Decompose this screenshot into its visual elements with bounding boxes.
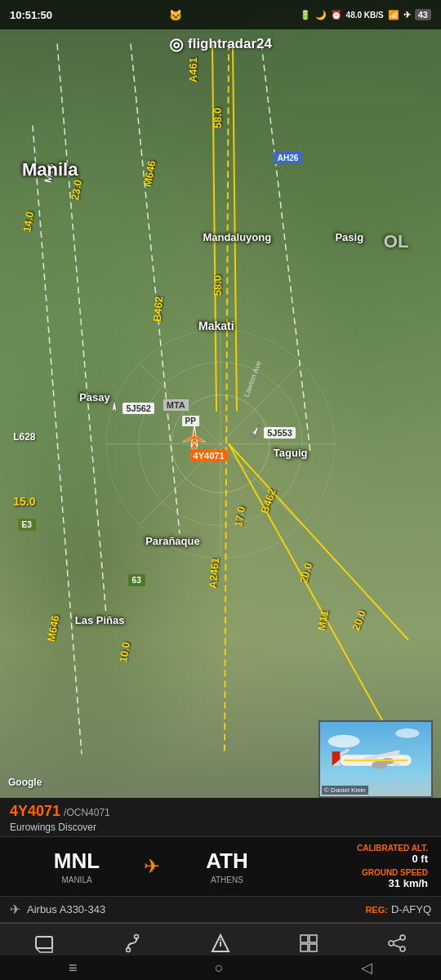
svg-point-34 [127,947,131,951]
svg-line-4 [261,44,310,452]
ground-speed-label: GROUND SPEED [362,868,428,877]
status-right-icons: 🔋 🌙 ⏰ 48.0 KB/S 📶 ✈ 43 [300,9,431,20]
svg-line-0 [225,44,229,755]
city-manila: Manila [22,159,78,180]
city-taguig: Taguig [274,447,308,459]
svg-line-8 [229,444,392,738]
share-icon [386,933,408,959]
battery-icon: 🔋 [300,10,311,20]
svg-line-14 [140,363,301,525]
sys-menu-btn[interactable]: ≡ [69,960,78,977]
airway-20-right: 20.0 [297,561,314,584]
svg-rect-30 [344,760,408,761]
reg-value: D-AFYQ [391,903,431,915]
svg-point-43 [389,941,394,946]
city-pasig: Pasig [335,231,363,243]
svg-point-42 [400,935,405,940]
flight-id-row: 4Y4071 /OCN4071 [10,803,431,820]
svg-line-6 [233,44,237,412]
airway-20-far: 20.0 [350,608,368,632]
airway-m646-top: M646 [141,159,158,188]
airway-23: 23.0 [69,178,84,201]
road-e3: E3 [18,519,36,531]
status-cat: 🐱 [169,9,182,21]
map-container[interactable]: ◎ flightradar24 [0,0,441,798]
svg-line-1 [33,126,82,755]
svg-point-11 [106,330,335,559]
svg-rect-41 [310,944,317,951]
airline-name: Eurowings Discover [10,822,431,833]
svg-point-29 [381,758,394,764]
svg-point-23 [395,728,419,738]
airway-15: 15.0 [13,495,35,508]
airway-m646-bot: M646 [45,614,61,643]
svg-point-37 [220,939,221,941]
flight-photo-plane: © Daniel Klein [320,722,431,796]
route-icon [122,933,143,959]
google-watermark: Google [8,777,42,788]
svg-point-10 [139,363,302,526]
fr24-logo-text: flightradar24 [188,36,272,52]
svg-line-45 [394,939,400,942]
3d-view-icon [33,933,55,959]
dest-code: ATH [160,849,294,874]
sys-back-btn[interactable]: ◁ [361,959,372,977]
moon-icon: 🌙 [315,10,327,20]
svg-point-33 [135,934,139,938]
status-time: 10:51:50 [10,9,52,21]
ground-speed-value: 31 km/h [389,877,428,889]
aircraft-type: Airbus A330-343 [27,903,105,915]
sys-nav: ≡ ○ ◁ [0,956,441,980]
airway-l628: L628 [13,431,35,443]
svg-marker-17 [251,423,261,437]
city-las-pinas: Las Piñas [75,614,125,626]
cal-alt-value: 0 ft [412,853,429,865]
fr24-header: ◎ flightradar24 [169,34,272,54]
info-panel: 4Y4071 /OCN4071 Eurowings Discover MNL M… [0,798,441,980]
airway-58-mid: 58.0 [212,275,224,296]
airway-14: 14.0 [20,211,36,234]
sys-home-btn[interactable]: ○ [215,960,224,977]
road-ah26: AH26 [274,152,303,164]
route-row: MNL MANILA ✈ ATH ATHENS CALIBRATED ALT. … [0,837,441,897]
more-info-icon [210,933,231,959]
svg-line-15 [140,363,301,525]
airway-a2461: A2461 [207,556,221,588]
svg-line-46 [394,945,400,947]
city-paranaque: Parañaque [145,535,199,547]
dest-name: ATHENS [160,875,294,884]
aircraft-icon-small: ✈ [10,902,20,917]
follow-icon [298,933,319,959]
svg-rect-38 [301,935,308,942]
svg-line-5 [212,44,216,412]
airway-17: 17.0 [232,506,247,528]
svg-point-44 [400,947,405,951]
airway-b462-top: B462 [151,296,166,323]
route-arrow-icon: ✈ [144,855,160,878]
airway-a461: A461 [187,57,199,82]
city-ol: OL [384,231,409,252]
road-63: 63 [128,574,145,586]
flight-callsign: /OCN4071 [64,807,110,818]
reg-label: REG: [365,905,388,915]
aircraft-row: ✈ Airbus A330-343 REG: D-AFYQ [0,897,441,923]
airplane-mode-icon: ✈ [403,10,411,20]
svg-marker-16 [112,399,117,412]
airway-58-top: 58.0 [212,108,224,128]
origin-name: MANILA [10,875,144,884]
waypoint-mta: MTA [163,399,189,411]
alarm-icon: ⏰ [331,10,342,20]
svg-line-2 [57,44,106,616]
svg-rect-32 [36,937,52,948]
flight-stats: CALIBRATED ALT. 0 ft GROUND SPEED 31 km/… [294,844,431,889]
flight-header: 4Y4071 /OCN4071 Eurowings Discover [0,798,441,837]
street-lawton: Lawton Ave [243,360,263,399]
dest-block: ATH ATHENS [160,849,294,884]
flight-id: 4Y4071 [10,803,60,820]
data-speed: 48.0 KB/S [346,11,384,20]
airway-10-bot: 10.0 [117,641,132,664]
fr24-logo-icon: ◎ [169,34,183,54]
city-mandaluyong: Mandaluyong [203,231,271,243]
svg-point-22 [328,735,360,748]
map-background: ◎ flightradar24 [0,0,441,798]
